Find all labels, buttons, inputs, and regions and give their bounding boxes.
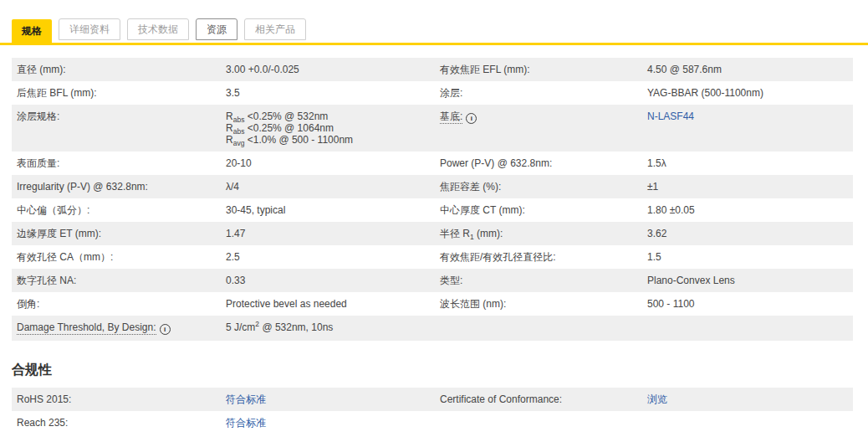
spec-value: 3.00 +0.0/-0.025 bbox=[221, 58, 435, 81]
spec-label: 半径 R1 (mm): bbox=[435, 222, 642, 245]
spec-value: Protective bevel as needed bbox=[221, 292, 435, 316]
spec-value-text: ±1 bbox=[647, 181, 658, 193]
spec-label: Damage Threshold, By Design:i bbox=[12, 316, 221, 341]
spec-label: 涂层规格: bbox=[12, 105, 221, 152]
spec-value: 30-45, typical bbox=[221, 198, 435, 222]
spec-row: Damage Threshold, By Design:i5 J/cm2 @ 5… bbox=[12, 316, 853, 341]
spec-value: 符合标准 bbox=[221, 388, 435, 411]
spec-link[interactable]: 浏览 bbox=[647, 393, 667, 405]
spec-value: 3.5 bbox=[221, 81, 435, 105]
spec-value: 符合标准 bbox=[221, 411, 435, 434]
spec-value-text: 500 - 1100 bbox=[647, 298, 695, 310]
info-icon[interactable]: i bbox=[160, 324, 171, 335]
spec-table: 直径 (mm):3.00 +0.0/-0.025有效焦距 EFL (mm):4.… bbox=[12, 58, 853, 341]
spec-label-text: 涂层: bbox=[440, 87, 462, 99]
spec-label: 有效焦距 EFL (mm): bbox=[435, 58, 642, 81]
spec-value-text: 1.5 bbox=[647, 251, 661, 263]
spec-value: 500 - 1100 bbox=[642, 292, 853, 316]
spec-value: 1.5 bbox=[642, 245, 853, 269]
tab-resources[interactable]: 资源 bbox=[196, 18, 237, 40]
spec-value-text: 1.80 ±0.05 bbox=[647, 204, 695, 216]
spec-label: 波长范围 (nm): bbox=[435, 292, 642, 316]
spec-label-text: Irregularity (P-V) @ 632.8nm: bbox=[17, 181, 148, 193]
spec-value-text: Rabs <0.25% @ 532nmRabs <0.25% @ 1064nmR… bbox=[226, 110, 353, 146]
spec-value: N-LASF44 bbox=[642, 105, 853, 152]
spec-label: 有效孔径 CA（mm）: bbox=[12, 245, 221, 269]
spec-label-text: 中心厚度 CT (mm): bbox=[440, 204, 525, 216]
spec-label-text: 有效焦距 EFL (mm): bbox=[440, 64, 530, 75]
spec-label: Power (P-V) @ 632.8nm: bbox=[435, 152, 642, 175]
spec-row: 有效孔径 CA（mm）:2.5有效焦距/有效孔径直径比:1.5 bbox=[12, 245, 853, 269]
spec-value: λ/4 bbox=[221, 175, 435, 198]
spec-label-text: 焦距容差 (%): bbox=[440, 181, 501, 193]
spec-label bbox=[435, 316, 642, 341]
product-spec-page: 规格 详细资料 技术数据 资源 相关产品 直径 (mm):3.00 +0.0/-… bbox=[0, 0, 868, 442]
tab-details[interactable]: 详细资料 bbox=[59, 18, 120, 40]
spec-row: 直径 (mm):3.00 +0.0/-0.025有效焦距 EFL (mm):4.… bbox=[12, 58, 853, 81]
tab-specifications[interactable]: 规格 bbox=[12, 19, 52, 43]
tab-bar: 规格 详细资料 技术数据 资源 相关产品 bbox=[0, 0, 868, 45]
spec-label: RoHS 2015: bbox=[12, 388, 221, 411]
spec-label-text: 有效焦距/有效孔径直径比: bbox=[440, 251, 556, 263]
spec-label-text: 直径 (mm): bbox=[17, 64, 66, 75]
spec-row: 涂层规格:Rabs <0.25% @ 532nmRabs <0.25% @ 10… bbox=[12, 105, 853, 152]
spec-value-text: 1.47 bbox=[226, 228, 245, 239]
spec-value-text: Plano-Convex Lens bbox=[647, 275, 735, 286]
spec-label-text: 后焦距 BFL (mm): bbox=[17, 87, 97, 99]
spec-row: Irregularity (P-V) @ 632.8nm:λ/4焦距容差 (%)… bbox=[12, 175, 853, 198]
spec-label: Irregularity (P-V) @ 632.8nm: bbox=[12, 175, 221, 198]
spec-row: 表面质量:20-10Power (P-V) @ 632.8nm:1.5λ bbox=[12, 152, 853, 175]
spec-label: 表面质量: bbox=[12, 152, 221, 175]
spec-label-text: 中心偏（弧分）: bbox=[17, 204, 89, 216]
spec-row: 后焦距 BFL (mm):3.5涂层:YAG-BBAR (500-1100nm) bbox=[12, 81, 853, 105]
spec-row: 数字孔径 NA:0.33类型:Plano-Convex Lens bbox=[12, 269, 853, 292]
spec-label: 中心偏（弧分）: bbox=[12, 198, 221, 222]
spec-label-text: Certificate of Conformance: bbox=[440, 393, 562, 405]
spec-link[interactable]: 符合标准 bbox=[226, 393, 266, 405]
info-icon[interactable]: i bbox=[466, 113, 477, 124]
spec-value-text: 4.50 @ 587.6nm bbox=[647, 64, 722, 75]
spec-value: 1.5λ bbox=[642, 152, 853, 175]
tab-technical-data[interactable]: 技术数据 bbox=[127, 18, 189, 40]
spec-label-text: 表面质量: bbox=[17, 157, 59, 169]
spec-label-text: Power (P-V) @ 632.8nm: bbox=[440, 157, 552, 169]
spec-label-text: Reach 235: bbox=[17, 417, 68, 429]
compliance-title: 合规性 bbox=[12, 362, 868, 379]
spec-label: 涂层: bbox=[435, 81, 642, 105]
spec-value bbox=[642, 411, 853, 434]
spec-row: 倒角:Protective bevel as needed波长范围 (nm):5… bbox=[12, 292, 853, 316]
spec-label: 倒角: bbox=[12, 292, 221, 316]
spec-label-text[interactable]: 基底: bbox=[440, 110, 462, 124]
spec-value: 0.33 bbox=[221, 269, 435, 292]
spec-label: 中心厚度 CT (mm): bbox=[435, 198, 642, 222]
spec-label: 焦距容差 (%): bbox=[435, 175, 642, 198]
spec-label: 边缘厚度 ET (mm): bbox=[12, 222, 221, 245]
spec-label-text: 类型: bbox=[440, 275, 462, 286]
compliance-table: RoHS 2015:符合标准Certificate of Conformance… bbox=[12, 388, 853, 434]
spec-value: 4.50 @ 587.6nm bbox=[642, 58, 853, 81]
spec-value: 5 J/cm2 @ 532nm, 10ns bbox=[221, 316, 435, 341]
spec-label-text[interactable]: Damage Threshold, By Design: bbox=[17, 321, 156, 335]
spec-value-text: Protective bevel as needed bbox=[226, 298, 347, 310]
spec-value-text: 3.5 bbox=[226, 87, 240, 99]
spec-value-text: 30-45, typical bbox=[226, 204, 285, 216]
spec-label-text: RoHS 2015: bbox=[17, 393, 71, 405]
spec-value: 3.62 bbox=[642, 222, 853, 245]
spec-label-text: 数字孔径 NA: bbox=[17, 275, 76, 286]
spec-label: 后焦距 BFL (mm): bbox=[12, 81, 221, 105]
spec-label: 有效焦距/有效孔径直径比: bbox=[435, 245, 642, 269]
spec-value: ±1 bbox=[642, 175, 853, 198]
spec-link[interactable]: N-LASF44 bbox=[647, 110, 694, 122]
spec-label-text: 波长范围 (nm): bbox=[440, 298, 506, 310]
spec-label: 基底:i bbox=[435, 105, 642, 152]
spec-label-text: 半径 R1 (mm): bbox=[440, 228, 503, 239]
spec-value-text: λ/4 bbox=[226, 181, 239, 193]
spec-link[interactable]: 符合标准 bbox=[226, 417, 266, 429]
spec-value: 2.5 bbox=[221, 245, 435, 269]
spec-value-text: 20-10 bbox=[226, 157, 252, 169]
tab-related-products[interactable]: 相关产品 bbox=[244, 18, 306, 40]
spec-label: 类型: bbox=[435, 269, 642, 292]
spec-value-text: YAG-BBAR (500-1100nm) bbox=[647, 87, 763, 99]
spec-label bbox=[435, 411, 642, 434]
spec-row: 中心偏（弧分）:30-45, typical中心厚度 CT (mm):1.80 … bbox=[12, 198, 853, 222]
